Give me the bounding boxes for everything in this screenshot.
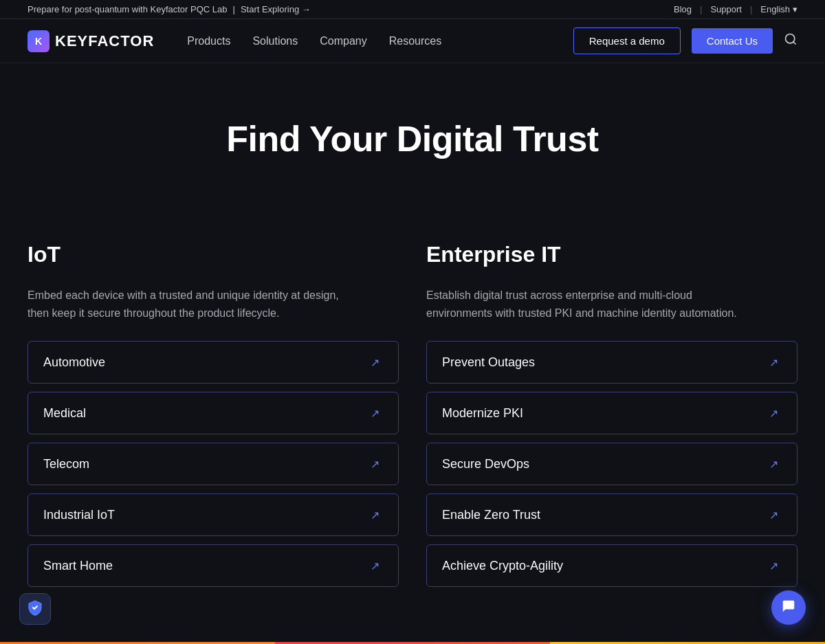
banner-separator: |: [232, 4, 234, 14]
iot-card-telecom-label: Telecom: [43, 457, 89, 471]
enterprise-card-zero-trust[interactable]: Enable Zero Trust ↗: [426, 493, 798, 536]
banner-pqc-text: Prepare for post-quantum with Keyfactor …: [28, 4, 227, 14]
telecom-arrow-icon: ↗: [366, 456, 383, 472]
medical-arrow-icon: ↗: [366, 405, 383, 421]
language-label: English: [760, 4, 790, 14]
enterprise-card-crypto-agility[interactable]: Achieve Crypto-Agility ↗: [426, 544, 798, 587]
crypto-agility-label: Achieve Crypto-Agility: [442, 559, 563, 573]
chat-button[interactable]: [771, 590, 806, 625]
nav-resources[interactable]: Resources: [389, 35, 441, 47]
enterprise-section: Enterprise IT Establish digital trust ac…: [426, 242, 798, 587]
iot-card-medical[interactable]: Medical ↗: [28, 392, 399, 434]
logo[interactable]: K KEYFACTOR: [28, 30, 154, 52]
top-banner: Prepare for post-quantum with Keyfactor …: [0, 0, 825, 19]
support-sep: |: [750, 4, 752, 14]
shield-badge[interactable]: [19, 593, 51, 625]
blog-sep: |: [700, 4, 702, 14]
nav-products[interactable]: Products: [187, 35, 230, 47]
navbar-right: Request a demo Contact Us: [573, 27, 798, 54]
secure-devops-label: Secure DevOps: [442, 457, 529, 471]
banner-right: Blog | Support | English ▾: [674, 4, 798, 14]
enterprise-card-secure-devops[interactable]: Secure DevOps ↗: [426, 443, 798, 485]
zero-trust-arrow-icon: ↗: [765, 507, 782, 523]
iot-card-industrial-label: Industrial IoT: [43, 508, 115, 522]
iot-card-medical-label: Medical: [43, 406, 86, 421]
smarthome-arrow-icon: ↗: [366, 557, 383, 574]
iot-heading: IoT: [28, 242, 399, 267]
shield-icon: [27, 599, 43, 619]
search-button[interactable]: [784, 32, 798, 49]
secure-devops-arrow-icon: ↗: [765, 456, 782, 472]
banner-explore-link[interactable]: Start Exploring →: [241, 4, 311, 14]
navbar-left: K KEYFACTOR Products Solutions Company R…: [28, 30, 441, 52]
logo-icon: K: [28, 30, 50, 52]
hero-section: Find Your Digital Trust: [0, 63, 825, 242]
language-selector[interactable]: English ▾: [760, 4, 798, 14]
prevent-outages-arrow-icon: ↗: [765, 354, 782, 370]
nav-solutions[interactable]: Solutions: [252, 35, 298, 47]
enterprise-card-list: Prevent Outages ↗ Modernize PKI ↗ Secure…: [426, 341, 798, 587]
enterprise-card-modernize-pki[interactable]: Modernize PKI ↗: [426, 392, 798, 434]
iot-card-smarthome-label: Smart Home: [43, 559, 113, 573]
iot-card-industrial[interactable]: Industrial IoT ↗: [28, 493, 399, 536]
nav-company[interactable]: Company: [320, 35, 366, 47]
iot-card-automotive-label: Automotive: [43, 355, 105, 370]
modernize-pki-label: Modernize PKI: [442, 406, 523, 421]
search-icon: [784, 35, 798, 49]
hero-title: Find Your Digital Trust: [28, 118, 798, 159]
request-demo-button[interactable]: Request a demo: [573, 27, 681, 54]
two-column-section: IoT Embed each device with a trusted and…: [0, 242, 825, 642]
blog-link[interactable]: Blog: [674, 4, 692, 14]
svg-point-0: [786, 34, 795, 43]
iot-card-automotive[interactable]: Automotive ↗: [28, 341, 399, 384]
crypto-agility-arrow-icon: ↗: [765, 557, 782, 574]
enterprise-card-prevent-outages[interactable]: Prevent Outages ↗: [426, 341, 798, 384]
chat-icon: [781, 599, 796, 617]
enterprise-heading: Enterprise IT: [426, 242, 798, 267]
zero-trust-label: Enable Zero Trust: [442, 508, 540, 522]
modernize-pki-arrow-icon: ↗: [765, 405, 782, 421]
nav-links: Products Solutions Company Resources: [187, 35, 441, 47]
iot-card-list: Automotive ↗ Medical ↗ Telecom ↗ Industr…: [28, 341, 399, 587]
enterprise-description: Establish digital trust across enterpris…: [426, 287, 756, 322]
logo-text: KEYFACTOR: [55, 32, 154, 50]
chevron-down-icon: ▾: [793, 4, 798, 14]
navbar: K KEYFACTOR Products Solutions Company R…: [0, 19, 825, 63]
iot-card-telecom[interactable]: Telecom ↗: [28, 443, 399, 485]
contact-us-button[interactable]: Contact Us: [692, 28, 773, 54]
automotive-arrow-icon: ↗: [366, 354, 383, 370]
iot-description: Embed each device with a trusted and uni…: [28, 287, 358, 322]
iot-section: IoT Embed each device with a trusted and…: [28, 242, 399, 587]
iot-card-smarthome[interactable]: Smart Home ↗: [28, 544, 399, 587]
svg-line-1: [793, 42, 796, 45]
banner-left: Prepare for post-quantum with Keyfactor …: [28, 4, 311, 14]
industrial-arrow-icon: ↗: [366, 507, 383, 523]
support-link[interactable]: Support: [710, 4, 742, 14]
prevent-outages-label: Prevent Outages: [442, 355, 535, 370]
